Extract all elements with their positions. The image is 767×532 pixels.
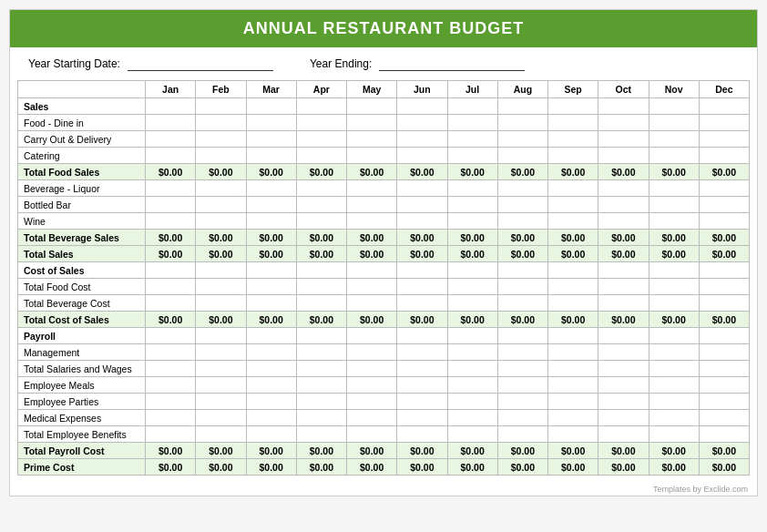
cell-value[interactable]	[497, 377, 547, 394]
cell-value[interactable]	[497, 328, 547, 344]
cell-value[interactable]	[196, 361, 246, 377]
cell-value[interactable]	[196, 295, 246, 312]
cell-value[interactable]	[548, 295, 598, 312]
cell-value[interactable]	[699, 377, 749, 394]
cell-value[interactable]	[347, 98, 397, 115]
cell-value[interactable]	[146, 394, 196, 410]
cell-value[interactable]	[447, 377, 497, 394]
cell-value[interactable]	[447, 98, 497, 115]
cell-value[interactable]	[246, 361, 296, 377]
cell-value[interactable]	[699, 361, 749, 377]
cell-value[interactable]	[397, 394, 447, 410]
cell-value[interactable]	[649, 197, 699, 213]
cell-value[interactable]	[548, 213, 598, 230]
cell-value[interactable]	[598, 426, 649, 443]
cell-value[interactable]	[347, 377, 397, 394]
cell-value[interactable]	[146, 262, 196, 279]
cell-value[interactable]	[196, 180, 246, 197]
cell-value[interactable]	[548, 262, 598, 279]
cell-value[interactable]	[699, 394, 749, 410]
cell-value[interactable]	[347, 197, 397, 213]
cell-value[interactable]	[397, 344, 447, 361]
cell-value[interactable]	[598, 394, 649, 410]
cell-value[interactable]	[649, 148, 699, 164]
cell-value[interactable]	[497, 361, 547, 377]
cell-value[interactable]	[296, 295, 346, 312]
cell-value[interactable]	[699, 295, 749, 312]
cell-value[interactable]	[296, 394, 346, 410]
cell-value[interactable]	[649, 394, 699, 410]
cell-value[interactable]	[397, 148, 447, 164]
cell-value[interactable]	[146, 197, 196, 213]
cell-value[interactable]	[146, 410, 196, 426]
cell-value[interactable]	[699, 180, 749, 197]
cell-value[interactable]	[598, 344, 649, 361]
cell-value[interactable]	[246, 213, 296, 230]
cell-value[interactable]	[649, 344, 699, 361]
cell-value[interactable]	[598, 197, 649, 213]
cell-value[interactable]	[397, 262, 447, 279]
cell-value[interactable]	[397, 115, 447, 131]
cell-value[interactable]	[246, 295, 296, 312]
cell-value[interactable]	[296, 180, 346, 197]
cell-value[interactable]	[447, 344, 497, 361]
cell-value[interactable]	[497, 197, 547, 213]
cell-value[interactable]	[146, 344, 196, 361]
cell-value[interactable]	[347, 394, 397, 410]
cell-value[interactable]	[347, 295, 397, 312]
cell-value[interactable]	[347, 262, 397, 279]
cell-value[interactable]	[548, 426, 598, 443]
cell-value[interactable]	[347, 131, 397, 148]
cell-value[interactable]	[497, 115, 547, 131]
cell-value[interactable]	[296, 426, 346, 443]
cell-value[interactable]	[497, 262, 547, 279]
cell-value[interactable]	[447, 180, 497, 197]
cell-value[interactable]	[146, 377, 196, 394]
cell-value[interactable]	[649, 115, 699, 131]
cell-value[interactable]	[196, 131, 246, 148]
cell-value[interactable]	[196, 262, 246, 279]
cell-value[interactable]	[699, 148, 749, 164]
cell-value[interactable]	[397, 131, 447, 148]
cell-value[interactable]	[347, 328, 397, 344]
cell-value[interactable]	[548, 131, 598, 148]
cell-value[interactable]	[146, 148, 196, 164]
cell-value[interactable]	[146, 98, 196, 115]
cell-value[interactable]	[699, 262, 749, 279]
cell-value[interactable]	[196, 377, 246, 394]
cell-value[interactable]	[246, 197, 296, 213]
cell-value[interactable]	[699, 131, 749, 148]
cell-value[interactable]	[196, 98, 246, 115]
cell-value[interactable]	[598, 410, 649, 426]
cell-value[interactable]	[598, 295, 649, 312]
cell-value[interactable]	[699, 279, 749, 295]
cell-value[interactable]	[598, 131, 649, 148]
cell-value[interactable]	[598, 279, 649, 295]
cell-value[interactable]	[296, 98, 346, 115]
cell-value[interactable]	[447, 279, 497, 295]
cell-value[interactable]	[649, 131, 699, 148]
cell-value[interactable]	[296, 213, 346, 230]
cell-value[interactable]	[699, 213, 749, 230]
cell-value[interactable]	[347, 279, 397, 295]
cell-value[interactable]	[699, 426, 749, 443]
cell-value[interactable]	[397, 377, 447, 394]
cell-value[interactable]	[598, 262, 649, 279]
cell-value[interactable]	[246, 328, 296, 344]
cell-value[interactable]	[347, 148, 397, 164]
cell-value[interactable]	[548, 197, 598, 213]
cell-value[interactable]	[548, 394, 598, 410]
cell-value[interactable]	[649, 180, 699, 197]
cell-value[interactable]	[649, 279, 699, 295]
cell-value[interactable]	[649, 262, 699, 279]
cell-value[interactable]	[497, 410, 547, 426]
cell-value[interactable]	[196, 213, 246, 230]
cell-value[interactable]	[397, 426, 447, 443]
cell-value[interactable]	[246, 394, 296, 410]
cell-value[interactable]	[246, 410, 296, 426]
cell-value[interactable]	[246, 344, 296, 361]
cell-value[interactable]	[649, 377, 699, 394]
cell-value[interactable]	[146, 180, 196, 197]
cell-value[interactable]	[397, 279, 447, 295]
cell-value[interactable]	[649, 426, 699, 443]
